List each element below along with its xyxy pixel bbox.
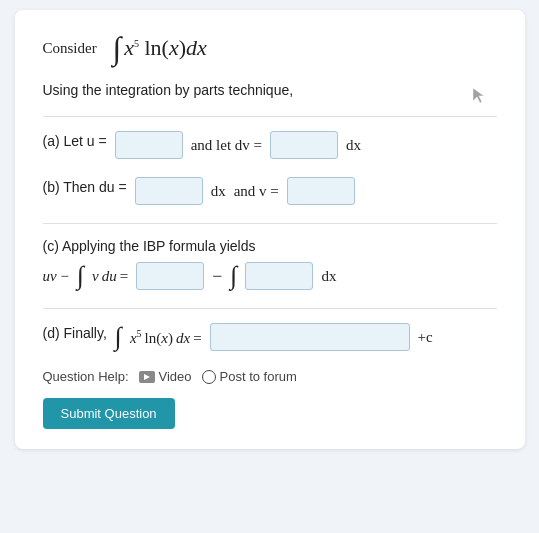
part-d-label: (d) Finally, xyxy=(43,325,107,341)
part-c: (c) Applying the IBP formula yields uv −… xyxy=(43,238,497,290)
and-v-text: and v = xyxy=(234,183,279,200)
video-icon xyxy=(139,371,155,383)
divider-1 xyxy=(43,116,497,117)
part-c-row: uv − ∫ v du = − ∫ dx xyxy=(43,262,497,290)
input-dv[interactable] xyxy=(270,131,338,159)
main-integral: ∫ x5 ln(x)dx xyxy=(112,32,206,64)
part-d: (d) Finally, ∫ x5 ln(x) dx = +c xyxy=(43,323,497,351)
cursor-icon xyxy=(471,86,487,104)
integral-sign-main: ∫ xyxy=(112,32,121,64)
input-final-answer[interactable] xyxy=(210,323,410,351)
integral-d-expr: x5 ln(x) dx = xyxy=(130,328,202,347)
video-link[interactable]: Video xyxy=(139,369,192,384)
post-link[interactable]: Post to forum xyxy=(202,369,297,384)
post-icon xyxy=(202,370,216,384)
part-b-label: (b) Then du = xyxy=(43,179,127,195)
divider-3 xyxy=(43,308,497,309)
vdu-label: v du = xyxy=(92,268,128,285)
question-help: Question Help: Video Post to forum xyxy=(43,369,497,384)
technique-text: Using the integration by parts technique… xyxy=(43,82,497,98)
plus-c-text: +c xyxy=(418,329,433,346)
video-label: Video xyxy=(159,369,192,384)
ibp-minus: − xyxy=(212,266,222,287)
consider-text: Consider xyxy=(43,40,97,57)
input-du[interactable] xyxy=(135,177,203,205)
part-a-row: (a) Let u = and let dv = dx xyxy=(43,131,497,159)
integral-2: ∫ xyxy=(230,263,237,289)
dx-suffix-b: dx xyxy=(211,183,226,200)
and-let-text: and let dv = xyxy=(191,137,262,154)
divider-2 xyxy=(43,223,497,224)
uv-text: uv − xyxy=(43,268,69,285)
svg-marker-0 xyxy=(473,88,484,103)
input-v[interactable] xyxy=(287,177,355,205)
dx-suffix-c: dx xyxy=(321,268,336,285)
integral-vdu: ∫ xyxy=(77,263,84,289)
part-a: (a) Let u = and let dv = dx xyxy=(43,131,497,159)
part-b: (b) Then du = dx and v = xyxy=(43,177,497,205)
post-label: Post to forum xyxy=(220,369,297,384)
part-b-row: (b) Then du = dx and v = xyxy=(43,177,497,205)
submit-button[interactable]: Submit Question xyxy=(43,398,175,429)
input-ibp-left[interactable] xyxy=(136,262,204,290)
input-ibp-right[interactable] xyxy=(245,262,313,290)
input-u[interactable] xyxy=(115,131,183,159)
integral-expression: x5 ln(x)dx xyxy=(124,35,207,61)
integral-d: ∫ xyxy=(115,324,122,350)
question-help-label: Question Help: xyxy=(43,369,129,384)
part-c-label: (c) Applying the IBP formula yields xyxy=(43,238,497,254)
main-card: Consider ∫ x5 ln(x)dx Using the integrat… xyxy=(15,10,525,449)
part-a-label: (a) Let u = xyxy=(43,133,107,149)
part-d-row: (d) Finally, ∫ x5 ln(x) dx = +c xyxy=(43,323,497,351)
problem-title: Consider ∫ x5 ln(x)dx xyxy=(43,32,497,64)
dx-suffix-a: dx xyxy=(346,137,361,154)
